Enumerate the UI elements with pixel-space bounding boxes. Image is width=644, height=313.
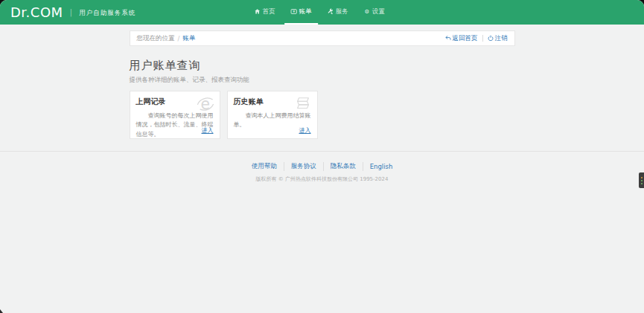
query-cards: 上网记录 e 查询账号的每次上网使用情况，包括时长、流量、终端信息等。 进入 历… <box>130 91 515 139</box>
enter-link-internet-records[interactable]: 进入 <box>202 126 214 135</box>
footer-link-terms[interactable]: 服务协议 <box>284 162 324 171</box>
svg-text:¥: ¥ <box>293 10 295 13</box>
breadcrumb-location-label: 您现在的位置 <box>137 34 175 43</box>
card-history-bills[interactable]: 历史账单 查询本人上网费用结算账单。 进入 <box>227 91 318 139</box>
power-icon <box>488 35 494 42</box>
page-footer: 使用帮助 服务协议 隐私条款 English 版权所有 © 广州热点软件科技股份… <box>0 151 644 183</box>
footer-links: 使用帮助 服务协议 隐私条款 English <box>245 162 400 171</box>
bill-icon: ¥ <box>290 8 297 15</box>
gear-icon: ⚙ <box>363 8 370 15</box>
return-home-link[interactable]: 返回首页 <box>445 34 478 43</box>
page-title: 用户账单查询 <box>130 59 515 73</box>
nav-item-label: 服务 <box>336 7 348 16</box>
bills-stack-icon <box>294 95 312 116</box>
breadcrumb-current-bills[interactable]: 账单 <box>182 34 195 43</box>
brand-separator: | <box>70 7 73 17</box>
nav-item-home[interactable]: 首页 <box>248 0 281 25</box>
nav-item-bills[interactable]: ¥ 账单 <box>284 0 318 25</box>
breadcrumb-separator: / <box>178 35 180 42</box>
footer-link-privacy[interactable]: 隐私条款 <box>324 162 363 171</box>
breadcrumb: 您现在的位置 / 账单 <box>137 34 196 43</box>
widget-dot-green2 <box>641 183 643 184</box>
widget-dot-orange <box>641 177 643 178</box>
service-icon <box>327 8 334 15</box>
nav-item-label: 首页 <box>263 7 275 16</box>
page-subtitle: 提供各种详细的账单、记录、报表查询功能 <box>130 76 515 85</box>
logout-link[interactable]: 注销 <box>488 34 508 43</box>
home-icon <box>254 8 261 15</box>
brand: Dr.COM | 用户自助服务系统 <box>10 6 136 19</box>
action-divider <box>482 35 483 42</box>
footer-link-help[interactable]: 使用帮助 <box>245 162 284 171</box>
svg-text:⚙: ⚙ <box>364 8 369 15</box>
copyright-text: 版权所有 © 广州热点软件科技股份有限公司 1995-2024 <box>0 175 644 183</box>
nav-item-label: 账单 <box>299 7 312 16</box>
nav-item-settings[interactable]: ⚙ 设置 <box>357 0 391 25</box>
main-nav: 首页 ¥ 账单 服务 ⚙ 设置 <box>248 0 391 25</box>
nav-item-services[interactable]: 服务 <box>321 0 354 25</box>
card-internet-records[interactable]: 上网记录 e 查询账号的每次上网使用情况，包括时长、流量、终端信息等。 进入 <box>130 91 220 139</box>
enter-link-history-bills[interactable]: 进入 <box>299 126 311 135</box>
main-content: 用户账单查询 提供各种详细的账单、记录、报表查询功能 上网记录 e 查询账号的每… <box>130 59 515 139</box>
top-header: Dr.COM | 用户自助服务系统 首页 ¥ 账单 服务 <box>0 0 644 25</box>
widget-dot-green <box>641 180 643 181</box>
ie-browser-icon: e <box>197 95 214 116</box>
return-arrow-icon <box>445 35 451 42</box>
system-subtitle: 用户自助服务系统 <box>79 9 136 18</box>
breadcrumb-bar: 您现在的位置 / 账单 返回首页 注销 <box>130 30 515 46</box>
self-service-page: Dr.COM | 用户自助服务系统 首页 ¥ 账单 服务 <box>0 0 644 313</box>
floating-toolbar-widget[interactable] <box>639 172 644 188</box>
breadcrumb-actions: 返回首页 注销 <box>445 34 508 43</box>
mouse-cursor-artifact <box>0 309 3 313</box>
logo-drcom: Dr.COM <box>10 6 63 19</box>
footer-link-english[interactable]: English <box>363 163 400 170</box>
nav-item-label: 设置 <box>372 7 385 16</box>
